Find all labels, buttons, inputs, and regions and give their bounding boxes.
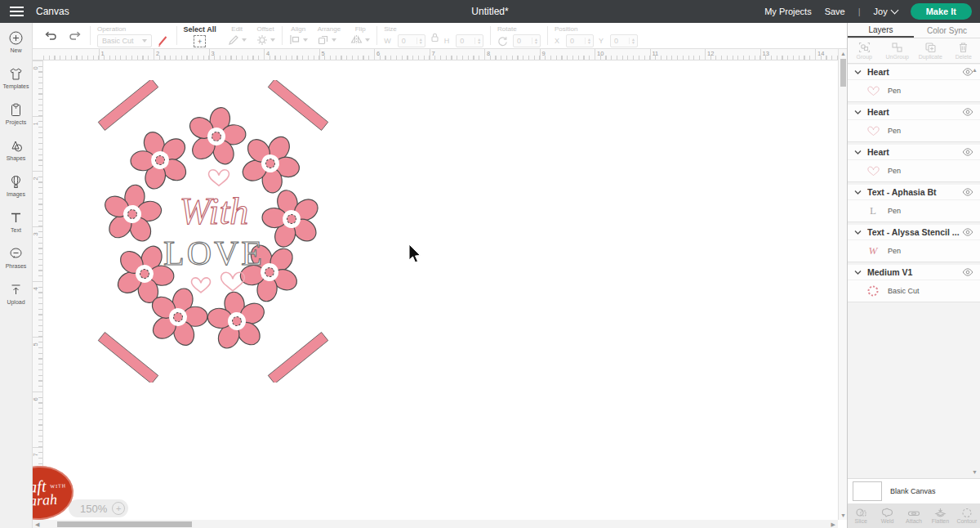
canvas-vertical-scrollbar[interactable]: ▲ ▼ <box>838 49 847 520</box>
undo-button[interactable] <box>42 27 59 47</box>
sidebar-item-new[interactable]: New <box>0 31 33 67</box>
lock-icon[interactable] <box>430 33 439 43</box>
flip-button[interactable] <box>350 34 370 45</box>
tab-color-sync[interactable]: Color Sync <box>914 23 980 38</box>
tshirt-icon <box>9 67 23 81</box>
arrange-button[interactable] <box>318 34 341 45</box>
group-button[interactable]: Group <box>848 38 881 63</box>
sidebar-item-upload[interactable]: Upload <box>0 283 33 319</box>
layer-group-header[interactable]: Heart <box>848 65 980 80</box>
ruler-number: 3 <box>212 50 215 57</box>
chevron-down-icon <box>303 38 308 42</box>
layer-group: Medium V1 Basic Cut <box>848 265 980 302</box>
layer-group-header[interactable]: Heart <box>848 145 980 160</box>
chevron-down-icon <box>854 69 862 75</box>
scroll-up-icon[interactable]: ▲ <box>840 51 846 56</box>
vertical-scroll-thumb[interactable] <box>840 59 846 87</box>
align-button[interactable] <box>289 34 308 45</box>
topbar-separator: | <box>858 7 861 16</box>
layer-item[interactable]: Pen <box>848 160 980 181</box>
my-projects-link[interactable]: My Projects <box>764 7 811 16</box>
sidebar-item-shapes[interactable]: Shapes <box>0 139 33 175</box>
layer-item[interactable]: W Pen <box>848 240 980 262</box>
flatten-button[interactable]: Flatten <box>927 503 953 528</box>
canvas-horizontal-scrollbar[interactable]: ◀ ▶ <box>33 520 838 528</box>
layer-item[interactable]: Basic Cut <box>848 280 980 302</box>
select-all-button[interactable]: + <box>194 35 206 47</box>
layer-item[interactable]: Pen <box>848 120 980 141</box>
ruler-number: 9 <box>542 50 546 57</box>
heart-outline-icon <box>866 126 880 136</box>
edit-button[interactable] <box>228 34 247 46</box>
stepper-arrows-icon[interactable]: ▲▼ <box>416 38 425 44</box>
operation-dropdown[interactable]: Basic Cut <box>97 34 152 47</box>
layer-group: Heart Pen <box>848 105 980 142</box>
layer-actions: Group UnGroup Duplicate Delete <box>848 38 980 64</box>
machine-selector[interactable]: Joy <box>874 7 898 16</box>
stepper-arrows-icon[interactable]: ▲▼ <box>474 38 483 44</box>
rotate-input[interactable]: 0 ▲▼ <box>513 34 541 47</box>
visibility-eye-icon[interactable] <box>962 188 973 196</box>
visibility-eye-icon[interactable] <box>962 228 973 236</box>
page-title: Canvas <box>36 6 69 17</box>
height-label: H <box>444 37 450 45</box>
sidebar-item-templates[interactable]: Templates <box>0 67 33 103</box>
weld-button[interactable]: Weld <box>874 503 900 528</box>
delete-button[interactable]: Delete <box>947 38 980 63</box>
slice-button[interactable]: Slice <box>848 503 874 528</box>
left-sidebar: New Templates Projects Shapes Images Tex… <box>0 23 33 528</box>
layer-group-header[interactable]: Text - Aphasia Bt <box>848 185 980 200</box>
sidebar-item-phrases[interactable]: Phrases <box>0 247 33 283</box>
canvas-color-swatch[interactable] <box>853 481 882 501</box>
redo-button[interactable] <box>67 27 83 47</box>
pen-color-icon[interactable] <box>157 34 170 47</box>
chevron-down-icon <box>854 230 862 235</box>
scroll-left-icon[interactable]: ◀ <box>35 521 39 527</box>
save-link[interactable]: Save <box>825 7 845 16</box>
visibility-eye-icon[interactable] <box>962 148 973 156</box>
ruler-number: 4 <box>33 287 39 290</box>
ruler-number: 11 <box>653 50 659 57</box>
zoom-in-button[interactable]: + <box>112 502 125 515</box>
layer-item[interactable]: Pen <box>848 80 980 101</box>
stepper-arrows-icon[interactable]: ▲▼ <box>532 38 540 44</box>
menu-hamburger-icon[interactable] <box>0 7 33 16</box>
duplicate-button[interactable]: Duplicate <box>914 38 947 63</box>
layer-group: Heart Pen <box>848 145 980 182</box>
chevron-down-icon <box>854 110 862 115</box>
width-input[interactable]: 0 ▲▼ <box>398 34 425 47</box>
visibility-eye-icon[interactable] <box>962 108 973 116</box>
ruler-number: 14 <box>817 50 824 57</box>
design-artwork[interactable]: With LOVE <box>96 80 330 383</box>
stepper-arrows-icon[interactable]: ▲▼ <box>629 38 637 44</box>
panel-scroll-up-icon[interactable]: ▲ <box>972 67 978 73</box>
scroll-right-icon[interactable]: ▶ <box>831 521 835 527</box>
layer-group-header[interactable]: Medium V1 <box>848 265 980 280</box>
horizontal-scroll-thumb[interactable] <box>57 521 192 527</box>
heart-outline-icon <box>866 86 880 96</box>
position-y-input[interactable]: 0 ▲▼ <box>610 34 638 47</box>
offset-button[interactable] <box>256 34 275 46</box>
layer-group-header[interactable]: Text - Alyssa Stencil ... <box>848 225 980 240</box>
sidebar-item-projects[interactable]: Projects <box>0 103 33 139</box>
ungroup-button[interactable]: UnGroup <box>881 38 915 63</box>
stepper-arrows-icon[interactable]: ▲▼ <box>585 38 593 44</box>
attach-button[interactable]: Attach <box>901 503 927 528</box>
chevron-down-icon <box>890 7 898 15</box>
position-label: Position <box>555 25 577 33</box>
blank-canvas-row[interactable]: Blank Canvas <box>848 478 980 503</box>
tab-layers[interactable]: Layers <box>848 23 914 38</box>
contour-button[interactable]: Contour <box>954 503 980 528</box>
make-it-button[interactable]: Make It <box>911 3 972 20</box>
ruler-number: 7 <box>33 453 39 456</box>
visibility-eye-icon[interactable] <box>962 268 973 276</box>
sidebar-item-images[interactable]: Images <box>0 175 33 211</box>
layer-item[interactable]: L Pen <box>848 200 980 221</box>
position-x-input[interactable]: 0 ▲▼ <box>566 34 594 47</box>
scroll-down-icon[interactable]: ▼ <box>840 512 846 518</box>
layer-group-header[interactable]: Heart <box>848 105 980 120</box>
panel-scroll-down-icon[interactable]: ▼ <box>972 469 978 475</box>
sidebar-item-text[interactable]: Text <box>0 211 33 247</box>
height-input[interactable]: 0 ▲▼ <box>456 34 483 47</box>
chevron-down-icon <box>854 190 862 195</box>
